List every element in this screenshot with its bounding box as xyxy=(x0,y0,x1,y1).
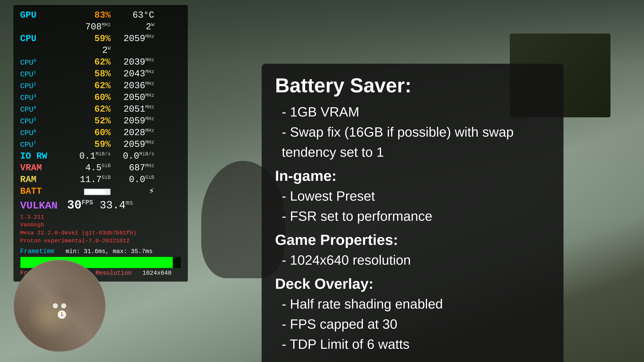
io-read: 0.1MiB/s xyxy=(67,151,111,161)
cpu-core-1-freq: 2043MHz xyxy=(111,69,154,79)
frametime-label: Frametime xyxy=(20,248,54,255)
cpu-core-3-freq: 2050MHz xyxy=(111,92,154,103)
gpu-temp: 63°C xyxy=(111,10,154,20)
ram-label: RAM xyxy=(20,174,67,185)
minimap: 🏃 xyxy=(14,260,106,352)
fps-value: 30FPS xyxy=(67,198,93,212)
cpu-core-7-label: CPU7 xyxy=(20,140,67,149)
gpu-power: 2W xyxy=(111,22,154,32)
playtime-title: Total Playtime: xyxy=(275,359,550,362)
batt-row: BATT ⚡ xyxy=(20,186,181,197)
cpu-core-0-row: CPU0 62% 2039MHz xyxy=(20,57,181,67)
vulkan-label: VULKAN xyxy=(20,200,67,212)
battery-items-list: - 1GB VRAM- Swap fix (16GB if possible) … xyxy=(275,102,550,162)
cpu-core-7-freq: 2059MHz xyxy=(111,139,154,150)
vulkan-row: VULKAN 30FPS 33.4ms xyxy=(20,198,181,212)
resolution-label: Resolution 1024x640 xyxy=(96,270,172,277)
ingame-items-list-item-1: - FSR set to performance xyxy=(275,206,550,226)
ram-swap: 0.0GiB xyxy=(111,174,154,185)
deckoverlay-items-list-item-2: - TDP Limit of 6 watts xyxy=(275,334,550,354)
cpu-core-4-row: CPU4 62% 2051MHz xyxy=(20,104,181,114)
cpu-core-5-row: CPU5 52% 2059MHz xyxy=(20,116,181,126)
gameprops-items-list-item-0: - 1024x640 resolution xyxy=(275,250,550,270)
cpu-freq: 2059MHz xyxy=(111,33,154,44)
cpu-cores-list: CPU0 62% 2039MHz CPU1 58% 2043MHz CPU2 6… xyxy=(20,57,181,150)
cpu-core-6-label: CPU6 xyxy=(20,129,67,137)
ingame-items-list-item-0: - Lowest Preset xyxy=(275,186,550,206)
deckoverlay-items-list-item-1: - FPS capped at 30 xyxy=(275,314,550,334)
gpu-row: GPU 83% 63°C xyxy=(20,10,181,20)
battery-saver-title: Battery Saver: xyxy=(275,74,550,97)
cpu-core-4-freq: 2051MHz xyxy=(111,104,154,114)
cpu-core-6-usage: 60% xyxy=(67,128,111,138)
performance-overlay: GPU 83% 63°C 708MHz 2W CPU 59% 2059MHz 2… xyxy=(14,5,188,282)
minimap-dot xyxy=(53,303,58,308)
cpu-core-2-row: CPU2 62% 2036MHz xyxy=(20,81,181,91)
gameprops-items-list: - 1024x640 resolution xyxy=(275,250,550,270)
cpu-core-0-label: CPU0 xyxy=(20,58,67,67)
cpu-core-0-freq: 2039MHz xyxy=(111,57,154,67)
cpu-core-5-freq: 2059MHz xyxy=(111,116,154,126)
gpu-usage: 83% xyxy=(67,10,111,20)
frametime-values: min: 31.6ms, max: 35.7ms xyxy=(58,248,152,255)
cpu-core-7-row: CPU7 59% 2059MHz xyxy=(20,139,181,150)
frametime-row: Frametime min: 31.6ms, max: 35.7ms xyxy=(20,248,181,255)
io-row: IO RW 0.1MiB/s 0.0MiB/s xyxy=(20,151,181,161)
cpu-core-3-usage: 60% xyxy=(67,92,111,103)
cpu-core-3-row: CPU3 60% 2050MHz xyxy=(20,92,181,103)
cpu-core-2-usage: 62% xyxy=(67,81,111,91)
batt-charge-icon: ⚡ xyxy=(111,186,154,197)
cpu-row: CPU 59% 2059MHz xyxy=(20,33,181,44)
battery-items-list-item-1: - Swap fix (16GB if possible) with swap … xyxy=(275,122,550,162)
gpu-label: GPU xyxy=(20,10,67,20)
cpu-core-2-freq: 2036MHz xyxy=(111,81,154,91)
vram-label: VRAM xyxy=(20,163,67,173)
info-panel: Battery Saver: - 1GB VRAM- Swap fix (16G… xyxy=(262,64,564,362)
cpu-power-row: 2W xyxy=(20,45,181,56)
vram-used: 4.5GiB xyxy=(67,163,111,173)
cpu-core-5-label: CPU5 xyxy=(20,117,67,125)
cpu-core-2-label: CPU2 xyxy=(20,82,67,90)
cpu-core-4-usage: 62% xyxy=(67,104,111,114)
cpu-core-4-label: CPU4 xyxy=(20,105,67,114)
cpu-core-3-label: CPU3 xyxy=(20,93,67,102)
ram-row: RAM 11.7GiB 0.0GiB xyxy=(20,174,181,185)
ingame-items-list: - Lowest Preset- FSR set to performance xyxy=(275,186,550,226)
ms-value: 33.4ms xyxy=(93,199,133,212)
cpu-core-7-usage: 59% xyxy=(67,139,111,150)
cpu-power: 2W xyxy=(67,45,111,56)
io-write: 0.0MiB/s xyxy=(111,151,154,161)
batt-bar xyxy=(67,188,111,196)
cpu-core-0-usage: 62% xyxy=(67,57,111,67)
cpu-core-1-label: CPU1 xyxy=(20,70,67,79)
cpu-usage: 59% xyxy=(67,33,111,44)
gameprops-title: Game Properties: xyxy=(275,231,550,248)
ingame-title: In-game: xyxy=(275,167,550,184)
ram-used: 11.7GiB xyxy=(67,174,111,185)
minimap-map: 🏃 xyxy=(14,260,105,351)
minimap-icons xyxy=(53,303,66,308)
cpu-core-1-usage: 58% xyxy=(67,69,111,79)
cpu-core-5-usage: 52% xyxy=(67,116,111,126)
deckoverlay-items-list: - Half rate shading enabled- FPS capped … xyxy=(275,294,550,354)
deckoverlay-items-list-item-0: - Half rate shading enabled xyxy=(275,294,550,314)
gpu-clock-row: 708MHz 2W xyxy=(20,22,181,32)
cpu-core-6-row: CPU6 60% 2028MHz xyxy=(20,128,181,138)
io-label: IO RW xyxy=(20,151,67,161)
deckoverlay-title: Deck Overlay: xyxy=(275,275,550,292)
battery-items-list-item-0: - 1GB VRAM xyxy=(275,102,550,122)
cpu-core-6-freq: 2028MHz xyxy=(111,128,154,138)
batt-label: BATT xyxy=(20,186,67,197)
cpu-core-1-row: CPU1 58% 2043MHz xyxy=(20,69,181,79)
minimap-player-marker: 🏃 xyxy=(58,310,66,319)
vulkan-version: 1.3.211 VanGogh Mesa 22.2.0-devel (git-0… xyxy=(20,213,181,245)
gpu-clock: 708MHz xyxy=(67,22,111,32)
minimap-dot xyxy=(61,303,66,308)
vram-row: VRAM 4.5GiB 687MHz xyxy=(20,163,181,173)
vram-freq: 687MHz xyxy=(111,163,154,173)
cpu-label: CPU xyxy=(20,33,67,44)
